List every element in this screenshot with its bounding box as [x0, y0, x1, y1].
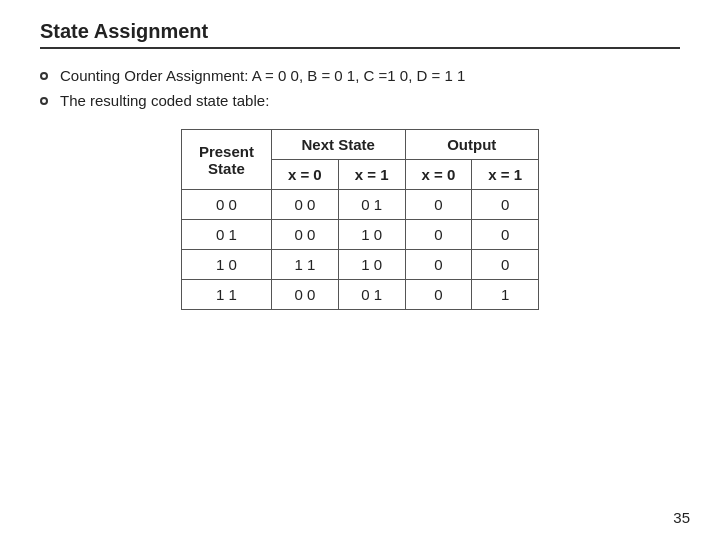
table-container: Present State Next State Output x = 0 x … — [40, 129, 680, 310]
cell-next-x0: 0 0 — [271, 280, 338, 310]
cell-present: 1 1 — [181, 280, 271, 310]
bullet-text-2: The resulting coded state table: — [60, 92, 269, 109]
header-next-state: Next State — [271, 130, 405, 160]
header-next-x1: x = 1 — [338, 160, 405, 190]
cell-next-x0: 0 0 — [271, 190, 338, 220]
cell-out-x0: 0 — [405, 220, 472, 250]
cell-next-x0: 0 0 — [271, 220, 338, 250]
cell-next-x1: 1 0 — [338, 220, 405, 250]
title-section: State Assignment — [40, 20, 680, 49]
bullet-icon — [40, 72, 48, 80]
list-item: Counting Order Assignment: A = 0 0, B = … — [40, 67, 680, 84]
header-out-x0: x = 0 — [405, 160, 472, 190]
cell-out-x1: 0 — [472, 250, 539, 280]
cell-next-x1: 1 0 — [338, 250, 405, 280]
bullet-list: Counting Order Assignment: A = 0 0, B = … — [40, 67, 680, 109]
bullet-text-1: Counting Order Assignment: A = 0 0, B = … — [60, 67, 465, 84]
cell-present: 0 1 — [181, 220, 271, 250]
cell-present: 1 0 — [181, 250, 271, 280]
cell-present: 0 0 — [181, 190, 271, 220]
cell-next-x1: 0 1 — [338, 280, 405, 310]
header-next-x0: x = 0 — [271, 160, 338, 190]
header-out-x1: x = 1 — [472, 160, 539, 190]
page-number: 35 — [673, 509, 690, 526]
header-present-state: Present State — [181, 130, 271, 190]
table-row: 0 1 0 0 1 0 0 0 — [181, 220, 538, 250]
cell-next-x1: 0 1 — [338, 190, 405, 220]
page-title: State Assignment — [40, 20, 680, 43]
table-row: 1 0 1 1 1 0 0 0 — [181, 250, 538, 280]
table-header-row-1: Present State Next State Output — [181, 130, 538, 160]
state-table: Present State Next State Output x = 0 x … — [181, 129, 539, 310]
header-output: Output — [405, 130, 539, 160]
cell-out-x1: 1 — [472, 280, 539, 310]
table-row: 0 0 0 0 0 1 0 0 — [181, 190, 538, 220]
cell-next-x0: 1 1 — [271, 250, 338, 280]
bullet-icon — [40, 97, 48, 105]
cell-out-x1: 0 — [472, 190, 539, 220]
cell-out-x0: 0 — [405, 250, 472, 280]
table-row: 1 1 0 0 0 1 0 1 — [181, 280, 538, 310]
page-container: State Assignment Counting Order Assignme… — [0, 0, 720, 540]
title-divider — [40, 47, 680, 49]
list-item: The resulting coded state table: — [40, 92, 680, 109]
cell-out-x1: 0 — [472, 220, 539, 250]
cell-out-x0: 0 — [405, 190, 472, 220]
cell-out-x0: 0 — [405, 280, 472, 310]
